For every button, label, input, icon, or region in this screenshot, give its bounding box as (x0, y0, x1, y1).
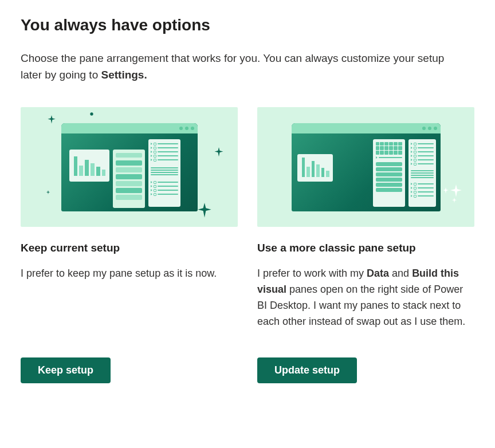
dialog-title: You always have options (21, 16, 474, 34)
keep-setup-button[interactable]: Keep setup (21, 357, 111, 383)
mock-data-panel (408, 139, 436, 207)
dialog-subtitle: Choose the pane arrangement that works f… (21, 50, 467, 83)
mock-app-window (292, 123, 441, 211)
subtitle-text: Choose the pane arrangement that works f… (21, 52, 444, 81)
option-classic-heading: Use a more classic pane setup (257, 242, 474, 254)
update-setup-button[interactable]: Update setup (257, 357, 357, 383)
window-dot-icon (185, 127, 188, 130)
desc-text: and (389, 268, 412, 279)
window-dot-icon (434, 127, 437, 130)
subtitle-bold: Settings. (101, 69, 147, 81)
sparkle-icon (451, 198, 457, 203)
mock-side-panel (113, 150, 145, 208)
mock-app-window (61, 123, 198, 211)
mock-titlebar (61, 123, 198, 133)
option-keep-description: I prefer to keep my pane setup as it is … (21, 266, 238, 330)
illustration-classic-setup (257, 107, 474, 227)
desc-text: I prefer to work with my (257, 268, 367, 279)
window-dot-icon (428, 127, 431, 130)
window-dot-icon (191, 127, 194, 130)
buttons-row: Keep setup Update setup (21, 357, 474, 383)
sparkle-icon (214, 147, 224, 158)
mock-build-visual-panel (373, 139, 405, 207)
window-dot-icon (179, 127, 183, 130)
sparkle-icon (89, 112, 94, 116)
mock-titlebar (292, 123, 441, 133)
option-classic-setup: Use a more classic pane setup I prefer t… (257, 107, 474, 330)
options-row: Keep current setup I prefer to keep my p… (21, 107, 474, 330)
mock-chart-card (69, 150, 109, 182)
sparkle-icon (47, 115, 56, 124)
sparkle-icon (46, 190, 50, 195)
option-keep-current: Keep current setup I prefer to keep my p… (21, 107, 238, 330)
sparkle-icon (442, 187, 449, 194)
mock-list-panel (148, 139, 180, 207)
sparkle-icon (197, 203, 213, 219)
desc-text: panes open on the right side of Power BI… (257, 284, 465, 327)
desc-bold-data: Data (367, 268, 389, 279)
mock-chart-card (297, 154, 333, 182)
illustration-keep-current (21, 107, 238, 227)
sparkle-icon (449, 184, 463, 198)
svg-point-0 (90, 112, 93, 115)
window-dot-icon (422, 127, 426, 130)
option-keep-heading: Keep current setup (21, 242, 238, 254)
option-classic-description: I prefer to work with my Data and Build … (257, 266, 474, 330)
